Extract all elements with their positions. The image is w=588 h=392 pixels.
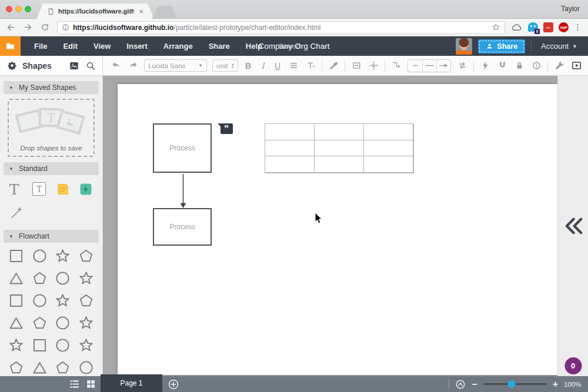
- italic-button[interactable]: I: [258, 60, 268, 72]
- shape-item[interactable]: [5, 315, 28, 331]
- shape-item[interactable]: [5, 293, 28, 309]
- minimize-window-button[interactable]: [15, 6, 22, 12]
- lucidchart-logo[interactable]: [0, 36, 21, 56]
- document-title[interactable]: Company Org Chart: [259, 42, 330, 51]
- line-style-button[interactable]: [408, 60, 422, 72]
- table-cell[interactable]: [265, 140, 315, 157]
- toolbar-button[interactable]: [328, 60, 339, 72]
- browser-tab[interactable]: https://lucidsoftware.github.io/ ×: [36, 4, 154, 19]
- spinner-icon[interactable]: ▲▼: [231, 63, 234, 68]
- shape-item[interactable]: [28, 293, 52, 309]
- extension-button[interactable]: ABP: [559, 22, 569, 32]
- section-header-saved-shapes[interactable]: ▼ My Saved Shapes: [4, 81, 99, 94]
- menu-item[interactable]: File: [34, 42, 47, 51]
- document-page[interactable]: Process ” Process: [118, 84, 557, 375]
- standard-shape-item[interactable]: [75, 181, 98, 197]
- collapse-panel-icon[interactable]: [558, 76, 588, 376]
- account-dropdown[interactable]: Account▼: [537, 42, 581, 51]
- page-grid-icon[interactable]: [85, 378, 96, 390]
- line-style-button[interactable]: [436, 60, 450, 72]
- bookmark-star-icon[interactable]: [492, 23, 500, 32]
- fit-view-icon[interactable]: [455, 379, 466, 390]
- menu-item[interactable]: Arrange: [163, 42, 193, 51]
- shape-item[interactable]: [51, 360, 75, 376]
- toolbar-button[interactable]: [110, 60, 122, 72]
- process-shape-2[interactable]: Process: [153, 208, 212, 246]
- shape-item[interactable]: [5, 360, 28, 376]
- toolbar-button[interactable]: [553, 60, 565, 72]
- forward-icon[interactable]: [23, 22, 33, 32]
- shape-item[interactable]: [51, 337, 75, 353]
- shape-item[interactable]: [75, 315, 98, 331]
- table-cell[interactable]: [364, 140, 413, 157]
- standard-shape-item[interactable]: [51, 181, 75, 197]
- shape-item[interactable]: [51, 293, 75, 309]
- toolbar-button[interactable]: [305, 60, 316, 72]
- standard-shape-item[interactable]: [5, 205, 28, 221]
- shape-item[interactable]: [75, 337, 98, 353]
- close-window-button[interactable]: [6, 6, 12, 12]
- toolbar-button[interactable]: [513, 60, 525, 72]
- shape-item[interactable]: [28, 270, 52, 286]
- zoom-out-button[interactable]: −: [472, 380, 477, 389]
- standard-shape-item[interactable]: T: [28, 181, 52, 197]
- shape-item[interactable]: [28, 315, 52, 331]
- table-cell[interactable]: [364, 156, 413, 173]
- site-info-icon[interactable]: [62, 24, 69, 31]
- shape-item[interactable]: [75, 360, 98, 376]
- page-tab[interactable]: Page 1: [101, 374, 162, 392]
- tab-close-button[interactable]: ×: [139, 8, 143, 15]
- menu-item[interactable]: View: [93, 42, 111, 51]
- shape-item[interactable]: [5, 270, 28, 286]
- saved-shapes-dropzone[interactable]: T Drop shapes to save: [8, 99, 95, 157]
- menu-item[interactable]: Share: [209, 42, 230, 51]
- page-list-icon[interactable]: [69, 378, 80, 390]
- line-style-button[interactable]: [422, 60, 436, 72]
- section-header-standard[interactable]: ▼ Standard: [4, 162, 99, 175]
- table-cell[interactable]: [315, 156, 364, 173]
- cloud-icon[interactable]: [511, 22, 522, 33]
- zoom-window-button[interactable]: [25, 6, 31, 12]
- back-icon[interactable]: [6, 22, 16, 32]
- extension-button[interactable]: 0: [528, 22, 538, 32]
- reload-icon[interactable]: [40, 22, 50, 32]
- table-cell[interactable]: [265, 124, 315, 140]
- table-cell[interactable]: [315, 124, 364, 140]
- browser-menu-icon[interactable]: [573, 23, 582, 32]
- extension-button[interactable]: •••: [543, 22, 553, 32]
- search-icon[interactable]: [86, 61, 95, 71]
- shape-item[interactable]: [28, 360, 52, 376]
- gear-icon[interactable]: [7, 61, 17, 71]
- shape-item[interactable]: [51, 315, 75, 331]
- shape-item[interactable]: [5, 337, 28, 353]
- shape-item[interactable]: [28, 337, 52, 353]
- toolbar-button[interactable]: [479, 60, 491, 72]
- table-cell[interactable]: [315, 140, 364, 157]
- shape-item[interactable]: [75, 270, 98, 286]
- zoom-slider[interactable]: [483, 380, 547, 388]
- zoom-in-button[interactable]: +: [553, 380, 558, 389]
- shape-item[interactable]: [51, 270, 75, 286]
- underline-button[interactable]: U: [273, 60, 282, 72]
- toolbar-button[interactable]: [390, 60, 402, 72]
- font-size-input[interactable]: unde ▲▼: [212, 59, 238, 72]
- add-page-icon[interactable]: [168, 378, 179, 390]
- table-cell[interactable]: [265, 156, 315, 173]
- share-button[interactable]: Share: [478, 39, 525, 53]
- toolbar-button[interactable]: [530, 60, 542, 72]
- standard-shape-item[interactable]: T: [5, 181, 28, 197]
- shape-item[interactable]: [28, 248, 52, 264]
- shape-item[interactable]: [75, 248, 98, 264]
- toolbar-button[interactable]: [368, 60, 379, 72]
- menu-item[interactable]: Edit: [63, 42, 78, 51]
- menu-item[interactable]: Insert: [126, 42, 147, 51]
- toolbar-button[interactable]: [496, 60, 508, 72]
- shape-item[interactable]: [5, 248, 28, 264]
- table-cell[interactable]: [364, 124, 413, 140]
- avatar[interactable]: [456, 38, 472, 55]
- browser-profile-name[interactable]: Taylor: [561, 5, 580, 13]
- process-shape-1[interactable]: Process: [153, 123, 212, 173]
- canvas-area[interactable]: Process ” Process: [103, 76, 557, 376]
- section-header-flowchart[interactable]: ▼ Flowchart: [4, 230, 99, 243]
- image-manager-icon[interactable]: [69, 61, 79, 71]
